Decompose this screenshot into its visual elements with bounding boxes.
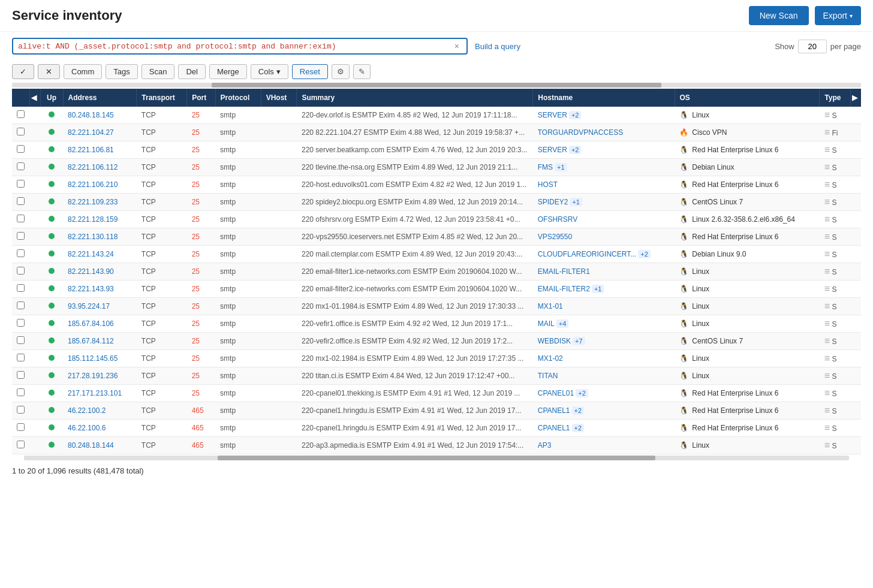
- row-checkbox[interactable]: [12, 228, 29, 246]
- hostname-link[interactable]: SPIDEY2: [538, 198, 568, 206]
- row-checkbox[interactable]: [12, 350, 29, 367]
- row-nav-placeholder: [29, 298, 40, 315]
- row-checkbox[interactable]: [12, 211, 29, 228]
- per-page-input[interactable]: [798, 40, 827, 53]
- export-button[interactable]: Export ▾: [815, 6, 861, 25]
- top-scrollbar[interactable]: [12, 83, 861, 88]
- hostname-link[interactable]: HOST: [538, 180, 558, 189]
- row-address[interactable]: 82.221.109.233: [63, 194, 137, 211]
- hostname-link[interactable]: MAIL: [538, 319, 555, 328]
- hostname-link[interactable]: EMAIL-FILTER1: [538, 267, 590, 276]
- per-page-label: per page: [830, 42, 861, 51]
- check-button[interactable]: ✓: [12, 64, 34, 79]
- row-address[interactable]: 46.22.100.6: [63, 420, 137, 437]
- link-icon-button[interactable]: ⚙: [332, 64, 350, 79]
- col-header-up[interactable]: Up: [40, 89, 63, 107]
- hostname-link[interactable]: CPANEL1: [538, 406, 570, 415]
- row-vhost: [261, 420, 297, 437]
- hostname-link[interactable]: CPANEL1: [538, 424, 570, 432]
- row-address[interactable]: 185.67.84.106: [63, 315, 137, 333]
- hostname-link[interactable]: FMS: [538, 163, 553, 171]
- reset-button[interactable]: Reset: [292, 64, 328, 79]
- edit-icon-button[interactable]: ✎: [353, 64, 371, 79]
- row-checkbox[interactable]: [12, 420, 29, 437]
- del-button[interactable]: Del: [178, 64, 206, 79]
- row-checkbox[interactable]: [12, 246, 29, 263]
- new-scan-button[interactable]: New Scan: [749, 6, 809, 25]
- row-address[interactable]: 82.221.106.81: [63, 141, 137, 159]
- row-checkbox[interactable]: [12, 437, 29, 454]
- scan-button[interactable]: Scan: [142, 64, 175, 79]
- hostname-link[interactable]: OFSHRSRV: [538, 215, 577, 224]
- search-input[interactable]: [18, 42, 452, 51]
- hostname-link[interactable]: WEBDISK: [538, 337, 571, 345]
- col-header-type[interactable]: Type: [820, 89, 850, 107]
- hostname-link[interactable]: CLOUDFLAREORIGINCERT...: [538, 250, 636, 258]
- build-query-link[interactable]: Build a query: [475, 42, 520, 51]
- row-address[interactable]: 217.28.191.236: [63, 367, 137, 385]
- comm-button[interactable]: Comm: [64, 64, 102, 79]
- row-address[interactable]: 82.221.130.118: [63, 228, 137, 246]
- merge-button[interactable]: Merge: [209, 64, 247, 79]
- col-header-address[interactable]: Address: [63, 89, 137, 107]
- hostname-link[interactable]: EMAIL-FILTER2: [538, 285, 590, 293]
- row-address[interactable]: 82.221.106.112: [63, 159, 137, 176]
- row-checkbox[interactable]: [12, 176, 29, 194]
- row-checkbox[interactable]: [12, 124, 29, 141]
- row-checkbox[interactable]: [12, 107, 29, 124]
- col-header-vhost[interactable]: VHost: [261, 89, 297, 107]
- nav-right-arrow[interactable]: ▶: [852, 94, 857, 102]
- col-header-protocol[interactable]: Protocol: [215, 89, 261, 107]
- row-transport: TCP: [137, 141, 187, 159]
- row-address[interactable]: 185.67.84.112: [63, 333, 137, 350]
- row-address[interactable]: 46.22.100.2: [63, 402, 137, 420]
- row-address[interactable]: 80.248.18.144: [63, 437, 137, 454]
- row-transport: TCP: [137, 350, 187, 367]
- col-header-hostname[interactable]: Hostname: [533, 89, 675, 107]
- row-protocol: smtp: [215, 246, 261, 263]
- row-checkbox[interactable]: [12, 385, 29, 402]
- bottom-scrollbar[interactable]: [24, 456, 849, 460]
- row-address[interactable]: 82.221.143.24: [63, 246, 137, 263]
- row-hostname: SERVER+2: [533, 107, 675, 124]
- hostname-link[interactable]: MX1-02: [538, 354, 563, 363]
- col-header-transport[interactable]: Transport: [137, 89, 187, 107]
- search-clear-button[interactable]: ×: [452, 41, 462, 51]
- row-checkbox[interactable]: [12, 333, 29, 350]
- hostname-link[interactable]: SERVER: [538, 146, 567, 154]
- col-header-summary[interactable]: Summary: [297, 89, 533, 107]
- result-count: 1 to 20 of 1,096 results (481,478 total): [0, 460, 873, 481]
- row-address[interactable]: 82.221.143.93: [63, 281, 137, 298]
- col-header-port[interactable]: Port: [187, 89, 215, 107]
- hostname-link[interactable]: TITAN: [538, 372, 558, 380]
- row-checkbox[interactable]: [12, 159, 29, 176]
- row-address[interactable]: 82.221.104.27: [63, 124, 137, 141]
- row-checkbox[interactable]: [12, 281, 29, 298]
- row-address[interactable]: 93.95.224.17: [63, 298, 137, 315]
- hostname-link[interactable]: MX1-01: [538, 302, 563, 310]
- hostname-link[interactable]: VPS29550: [538, 233, 572, 241]
- row-address[interactable]: 185.112.145.65: [63, 350, 137, 367]
- hostname-link[interactable]: AP3: [538, 441, 552, 450]
- cols-button[interactable]: Cols ▾: [251, 64, 288, 79]
- nav-left-arrow[interactable]: ◀: [31, 94, 37, 102]
- row-checkbox[interactable]: [12, 298, 29, 315]
- row-checkbox[interactable]: [12, 367, 29, 385]
- row-checkbox[interactable]: [12, 141, 29, 159]
- row-address[interactable]: 82.221.128.159: [63, 211, 137, 228]
- deselect-button[interactable]: ✕: [38, 64, 60, 79]
- linux-icon: 🐧: [679, 233, 688, 241]
- row-checkbox[interactable]: [12, 315, 29, 333]
- row-address[interactable]: 217.171.213.101: [63, 385, 137, 402]
- row-checkbox[interactable]: [12, 263, 29, 281]
- hostname-link[interactable]: TORGUARDVPNACCESS: [538, 128, 623, 137]
- hostname-link[interactable]: CPANEL01: [538, 389, 574, 397]
- row-address[interactable]: 82.221.143.90: [63, 263, 137, 281]
- row-checkbox[interactable]: [12, 194, 29, 211]
- col-header-os[interactable]: OS: [675, 89, 820, 107]
- hostname-link[interactable]: SERVER: [538, 111, 567, 119]
- tags-button[interactable]: Tags: [106, 64, 137, 79]
- row-address[interactable]: 82.221.106.210: [63, 176, 137, 194]
- row-checkbox[interactable]: [12, 402, 29, 420]
- row-address[interactable]: 80.248.18.145: [63, 107, 137, 124]
